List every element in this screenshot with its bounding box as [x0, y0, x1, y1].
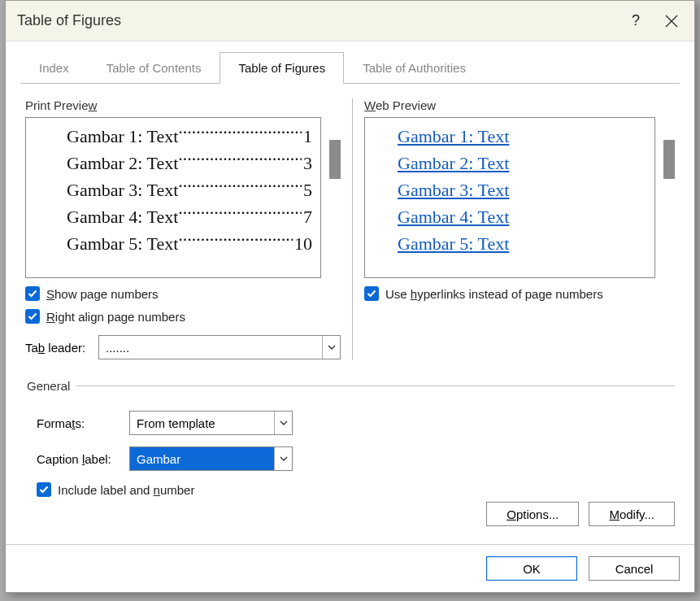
- web-preview-label: Web Preview: [364, 98, 675, 112]
- check-icon: [28, 311, 37, 321]
- dialog-body: Print Preview Gambar 1: Text1 Gambar 2: …: [6, 84, 694, 544]
- tab-leader-label: Tab leader:: [25, 341, 98, 355]
- check-icon: [28, 289, 37, 298]
- print-preview-scrollbar[interactable]: [329, 140, 341, 179]
- dialog-title: Table of Figures: [15, 12, 618, 29]
- tab-table-of-contents[interactable]: Table of Contents: [88, 52, 220, 84]
- print-preview-column: Print Preview Gambar 1: Text1 Gambar 2: …: [25, 98, 341, 359]
- dialog-footer: OK Cancel: [6, 544, 694, 592]
- close-icon: [665, 15, 678, 28]
- use-hyperlinks-row: Use hyperlinks instead of page numbers: [364, 286, 675, 301]
- web-preview-line: Gambar 3: Text: [373, 176, 646, 203]
- tab-leader-row: Tab leader: .......: [25, 335, 341, 359]
- include-label-label: Include label and number: [58, 483, 194, 497]
- formats-value: From template: [130, 412, 274, 434]
- formats-row: Formats: From template: [37, 411, 675, 435]
- include-label-checkbox[interactable]: [37, 482, 51, 497]
- chevron-down-icon: [274, 447, 292, 470]
- chevron-down-icon: [322, 336, 340, 359]
- tab-table-of-figures[interactable]: Table of Figures: [220, 52, 344, 84]
- table-of-figures-dialog: Table of Figures ? Index Table of Conten…: [5, 0, 695, 593]
- titlebar: Table of Figures ?: [6, 1, 694, 41]
- web-preview-line: Gambar 2: Text: [373, 150, 646, 176]
- show-page-numbers-label: Show page numbers: [46, 287, 159, 301]
- general-group: General Formats: From template Caption l…: [25, 379, 675, 526]
- caption-label-select[interactable]: Gambar: [129, 446, 293, 471]
- show-page-numbers-checkbox[interactable]: [25, 286, 40, 301]
- print-preview-line: Gambar 3: Text5: [34, 176, 312, 203]
- caption-label-value: Gambar: [130, 447, 274, 470]
- caption-label-row: Caption label: Gambar: [37, 446, 675, 471]
- chevron-down-icon: [274, 412, 292, 434]
- print-preview-label: Print Preview: [25, 98, 341, 112]
- formats-select[interactable]: From template: [129, 411, 293, 435]
- tab-leader-value: .......: [99, 336, 322, 359]
- web-preview-line: Gambar 1: Text: [373, 123, 646, 150]
- web-preview-box: Gambar 1: Text Gambar 2: Text Gambar 3: …: [364, 117, 655, 278]
- print-preview-line: Gambar 5: Text10: [34, 230, 312, 257]
- print-preview-line: Gambar 4: Text7: [34, 203, 312, 230]
- modify-button[interactable]: Modify...: [589, 502, 675, 526]
- caption-label-label: Caption label:: [37, 452, 129, 466]
- web-preview-line: Gambar 4: Text: [373, 203, 646, 230]
- use-hyperlinks-checkbox[interactable]: [364, 286, 379, 301]
- right-align-checkbox[interactable]: [25, 309, 40, 324]
- formats-label: Formats:: [37, 416, 129, 430]
- options-button[interactable]: Options...: [486, 502, 579, 526]
- general-legend: General: [25, 379, 76, 393]
- check-icon: [367, 289, 376, 298]
- right-align-label: Right align page numbers: [46, 310, 185, 324]
- web-preview-scrollbar[interactable]: [663, 140, 675, 179]
- include-label-row: Include label and number: [37, 482, 675, 497]
- ok-button[interactable]: OK: [486, 556, 577, 581]
- print-preview-box: Gambar 1: Text1 Gambar 2: Text3 Gambar 3…: [25, 117, 321, 278]
- tab-index[interactable]: Index: [20, 52, 88, 84]
- use-hyperlinks-label: Use hyperlinks instead of page numbers: [385, 287, 603, 301]
- print-preview-line: Gambar 1: Text1: [34, 123, 312, 150]
- close-button[interactable]: [654, 3, 689, 39]
- help-button[interactable]: ?: [618, 3, 654, 39]
- cancel-button[interactable]: Cancel: [589, 556, 680, 581]
- show-page-numbers-row: Show page numbers: [25, 286, 341, 301]
- tab-strip: Index Table of Contents Table of Figures…: [6, 41, 694, 83]
- tab-leader-select[interactable]: .......: [98, 335, 341, 359]
- vertical-divider: [352, 98, 353, 359]
- check-icon: [39, 485, 49, 494]
- tab-table-of-authorities[interactable]: Table of Authorities: [344, 52, 485, 84]
- right-align-row: Right align page numbers: [25, 309, 341, 324]
- web-preview-column: Web Preview Gambar 1: Text Gambar 2: Tex…: [364, 98, 675, 359]
- web-preview-line: Gambar 5: Text: [373, 230, 646, 257]
- print-preview-line: Gambar 2: Text3: [34, 150, 312, 176]
